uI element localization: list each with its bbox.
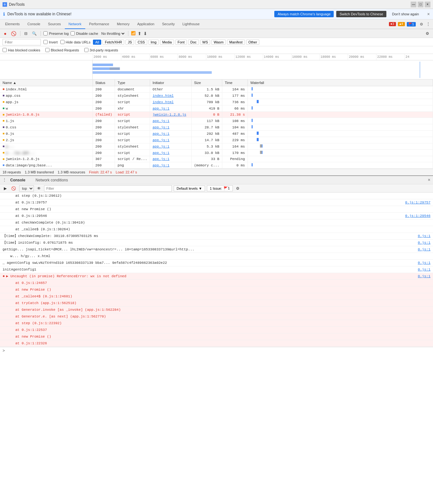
issues-button[interactable]: 1 Issue: 🚩1 (207, 185, 233, 191)
console-tab-button[interactable]: Console (10, 178, 25, 182)
filter-toggle-button[interactable]: ⊟ (23, 31, 29, 36)
console-execute-button[interactable]: ▶ (3, 186, 8, 191)
record-button[interactable]: ● (3, 30, 8, 37)
table-row[interactable]: ■ p...lqs_QWS... 200 script app.js:1 33.… (0, 150, 433, 156)
console-close-icon[interactable]: × (428, 178, 430, 183)
header-size[interactable]: Size (191, 80, 222, 86)
tab-application[interactable]: Application (133, 19, 158, 29)
network-table-container[interactable]: Name ▲ Status Type Initiator Size Time W… (0, 80, 433, 169)
console-drag-icon[interactable]: ⋮ (3, 178, 6, 182)
header-waterfall[interactable]: Waterfall (247, 80, 433, 86)
filter-all[interactable]: All (93, 40, 101, 45)
eye-button[interactable]: 👁 (36, 186, 42, 191)
disable-cache-label[interactable]: Disable cache (71, 31, 98, 35)
clear-button[interactable]: 🚫 (10, 30, 18, 37)
minimize-button[interactable]: — (411, 2, 416, 7)
initiator-cell[interactable]: app.js:1 (150, 162, 191, 169)
table-row[interactable]: ■ app.css 200 stylesheet index.html 52.0… (0, 93, 433, 99)
hide-data-checkbox[interactable] (60, 40, 65, 44)
initiator-cell[interactable]: jweixin-1.2.0.js (150, 112, 191, 118)
third-party-checkbox[interactable] (84, 48, 88, 52)
table-row[interactable]: ■ data:image/png;base... 200 png app.js:… (0, 162, 433, 169)
console-settings-button[interactable]: ⚙ (235, 186, 241, 191)
table-row[interactable]: ■ jweixin-1.0.0.js (failed) script jweix… (0, 112, 433, 118)
blocked-requests-checkbox[interactable] (45, 48, 49, 52)
header-time[interactable]: Time (222, 80, 247, 86)
filter-doc[interactable]: Doc (188, 40, 199, 45)
filter-css[interactable]: CSS (135, 40, 147, 45)
initiator-link[interactable]: app.js:1 (153, 164, 170, 167)
initiator-cell[interactable]: index.html (150, 93, 191, 99)
disable-cache-checkbox[interactable] (71, 31, 75, 35)
table-row[interactable]: ■ index.html 200 document Other 1.5 kB 1… (0, 86, 433, 93)
console-source-link[interactable]: 0.js:1 (418, 247, 430, 252)
initiator-cell[interactable]: app.js:1 (150, 105, 191, 112)
filter-manifest[interactable]: Manifest (227, 40, 245, 45)
settings-icon[interactable]: ⚙ (418, 21, 425, 27)
filter-img[interactable]: Img (148, 40, 159, 45)
table-row[interactable]: ■ p... 200 stylesheet app.js:1 5.3 kB 16… (0, 143, 433, 150)
console-filter-input[interactable] (44, 185, 172, 192)
filter-wasm[interactable]: Wasm (211, 40, 226, 45)
tab-network[interactable]: Network (65, 19, 85, 29)
initiator-link[interactable]: app.js:1 (153, 132, 170, 136)
initiator-link[interactable]: app.js:1 (153, 126, 170, 129)
initiator-link[interactable]: index.html (153, 94, 174, 98)
tab-security[interactable]: Security (158, 19, 179, 29)
initiator-cell[interactable]: app.js:1 (150, 124, 191, 131)
network-conditions-tab[interactable]: Network conditions (34, 178, 69, 182)
initiator-cell[interactable]: index.html (150, 99, 191, 105)
invert-checkbox[interactable] (43, 40, 48, 44)
filter-other[interactable]: Other (246, 40, 260, 45)
table-row[interactable]: ■ 0.css 200 stylesheet app.js:1 28.7 kB … (0, 124, 433, 131)
search-button[interactable]: 🔍 (31, 31, 38, 36)
header-status[interactable]: Status (93, 80, 115, 86)
blocked-cookies-checkbox[interactable] (3, 48, 7, 52)
console-source-link[interactable]: 0.js:1 (418, 260, 430, 265)
table-row[interactable]: ■ 0.js 200 script app.js:1 292 kB 487 ms (0, 131, 433, 137)
download-button[interactable]: ⬇ (143, 31, 147, 36)
console-source-link[interactable]: 0.js:1 (418, 274, 430, 279)
console-source-link[interactable]: 0.js:1:29757 (405, 200, 430, 205)
tab-lighthouse[interactable]: Lighthouse (179, 19, 203, 29)
tab-memory[interactable]: Memory (113, 19, 133, 29)
console-input[interactable] (7, 349, 430, 353)
console-source-link[interactable]: 0.js:1 (418, 233, 430, 239)
table-row[interactable]: ■ app.js 200 script index.html 709 kB 73… (0, 99, 433, 105)
initiator-cell[interactable]: app.js:1 (150, 118, 191, 124)
preserve-log-label[interactable]: Preserve log (43, 31, 69, 35)
initiator-cell[interactable]: app.js:1 (150, 150, 191, 156)
console-ban-button[interactable]: 🚫 (10, 186, 17, 191)
tab-sources[interactable]: Sources (44, 19, 65, 29)
initiator-link[interactable]: app.js:1 (153, 138, 170, 142)
header-type[interactable]: Type (115, 80, 150, 86)
preserve-log-checkbox[interactable] (43, 31, 48, 35)
initiator-cell[interactable]: app.js:1 (150, 156, 191, 162)
more-options-icon[interactable]: ⋮ (425, 21, 432, 27)
table-row[interactable]: ■ 1.js 200 script app.js:1 117 kB 108 ms (0, 118, 433, 124)
initiator-link[interactable]: jweixin-1.2.0.js (153, 113, 186, 117)
blocked-requests-label[interactable]: Blocked Requests (45, 48, 79, 52)
table-row[interactable]: ■ w 200 xhr app.js:1 419 B 66 ms (0, 105, 433, 112)
initiator-link[interactable]: index.html (153, 100, 174, 104)
banner-close-icon[interactable]: × (427, 11, 430, 17)
filter-media[interactable]: Media (160, 40, 174, 45)
initiator-link[interactable]: app.js:1 (153, 151, 170, 155)
invert-label[interactable]: Invert (43, 40, 58, 44)
table-row[interactable]: ■ jweixin-1.2.0.js 307 script / Re... ap… (0, 156, 433, 162)
default-levels-button[interactable]: Default levels ▼ (174, 186, 205, 191)
switch-chinese-button[interactable]: Switch DevTools to Chinese (336, 11, 386, 17)
blocked-cookies-label[interactable]: Has blocked cookies (3, 48, 40, 52)
third-party-label[interactable]: 3rd-party requests (84, 48, 118, 52)
upload-button[interactable]: ⬆ (138, 31, 141, 36)
throttling-select[interactable]: No throttling (100, 31, 125, 36)
tab-performance[interactable]: Performance (85, 19, 113, 29)
initiator-link[interactable]: app.js:1 (153, 145, 170, 149)
context-selector[interactable]: top (19, 185, 34, 192)
maximize-button[interactable]: □ (418, 2, 423, 7)
tab-console[interactable]: Console (24, 19, 44, 29)
tab-elements[interactable]: Elements (1, 19, 24, 29)
close-button[interactable]: × (425, 2, 430, 7)
initiator-cell[interactable]: app.js:1 (150, 131, 191, 137)
filter-ws[interactable]: WS (200, 40, 210, 45)
